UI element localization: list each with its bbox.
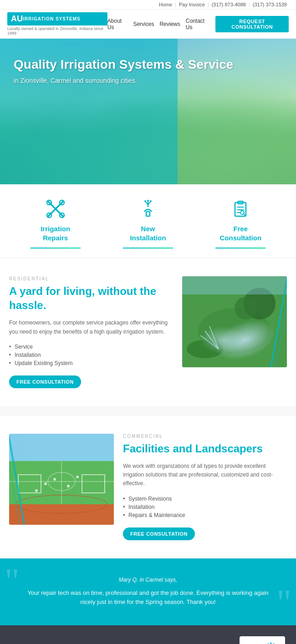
footer-cta: Receive a Free Consultation & Quote EMAI… [0, 625, 296, 644]
logo-au: AU [11, 14, 23, 24]
svg-rect-6 [146, 212, 150, 216]
commercial-desc: We work with organizations of all types … [123, 462, 287, 488]
commercial-consultation-button[interactable]: FREE CONSULTATION [123, 527, 195, 540]
testimonial-text: Your repair tech was on time, profession… [27, 588, 269, 608]
commercial-list: System Revisions Installation Repairs & … [123, 495, 287, 519]
commercial-image [9, 434, 114, 525]
sprinkler-icon [137, 198, 159, 220]
svg-point-41 [53, 478, 56, 481]
commercial-text: COMMERCIAL Facilities and Landscapers We… [123, 434, 287, 540]
phone2-link[interactable]: (317) 373-1539 [253, 2, 287, 7]
home-link[interactable]: Home [159, 2, 172, 7]
request-consultation-button[interactable]: REQUEST CONSULTATION [215, 16, 289, 32]
residential-title: A yard for living, without the hassle. [9, 284, 173, 312]
logo-brand: IRRIGATION SYSTEMS [23, 16, 81, 21]
section-divider [0, 406, 296, 416]
footer-logo: AU OMATED IRRIGATION SYSTEMS [240, 636, 285, 644]
pay-invoice-link[interactable]: Pay Invoice [179, 2, 205, 7]
residential-desc: For homeowners, our complete service pac… [9, 319, 173, 336]
commercial-label: COMMERCIAL [123, 434, 287, 439]
quote-left-icon: " [5, 563, 20, 599]
service-underline-3 [215, 248, 265, 248]
svg-point-23 [235, 297, 257, 319]
commercial-title: Facilities and Landscapers [123, 441, 287, 456]
logo-tagline: Locally owned & operated in Zionsville, … [7, 26, 107, 35]
testimonial-author: Mary Q. in Carmel says, [27, 577, 269, 583]
top-bar: Home | Pay Invoice | (317) 873-4088 | (3… [0, 0, 296, 10]
list-item: Installation [9, 351, 173, 359]
residential-image [182, 276, 287, 367]
main-nav: AU IRRIGATION SYSTEMS Locally owned & op… [0, 10, 296, 39]
list-item: Installation [123, 503, 287, 511]
service-irrigation-repairs[interactable]: IrrigationRepairs [14, 198, 97, 248]
footer-logo-au: AU [249, 643, 265, 644]
service-underline [31, 248, 81, 248]
svg-point-42 [67, 485, 70, 487]
hero-section: Quality Irrigation Systems & Service in … [0, 39, 296, 184]
footer-cta-left: Receive a Free Consultation & Quote EMAI… [11, 643, 171, 644]
clipboard-icon [230, 198, 251, 220]
footer-cta-title: Receive a Free Consultation & Quote [11, 643, 171, 644]
phone1-link[interactable]: (317) 873-4088 [212, 2, 246, 7]
list-item: Repairs & Maintenance [123, 511, 287, 519]
residential-section: RESIDENTIAL A yard for living, without t… [0, 258, 296, 406]
list-item: System Revisions [123, 495, 287, 503]
logo-box: AU IRRIGATION SYSTEMS [7, 12, 107, 25]
svg-point-12 [147, 200, 149, 202]
svg-point-52 [270, 643, 272, 644]
service-free-consultation[interactable]: FreeConsultation [199, 198, 282, 248]
svg-point-13 [150, 200, 152, 202]
nav-contact[interactable]: Contact Us [186, 18, 210, 30]
svg-line-29 [271, 276, 287, 367]
list-item: Service [9, 343, 173, 351]
svg-point-44 [35, 489, 38, 492]
testimonial-section: " " Mary Q. in Carmel says, Your repair … [0, 558, 296, 626]
new-installation-label: NewInstallation [130, 224, 166, 242]
hero-title: Quality Irrigation Systems & Service [14, 57, 233, 72]
svg-point-43 [76, 476, 79, 478]
services-strip: IrrigationRepairs NewInstallation [0, 184, 296, 258]
svg-point-40 [44, 482, 47, 485]
irrigation-repairs-label: IrrigationRepairs [41, 224, 70, 242]
nav-about[interactable]: About Us [107, 18, 128, 30]
wrench-cross-icon [45, 198, 66, 220]
hero-subtitle: in Zionsville, Carmel and surrounding ci… [14, 77, 233, 84]
residential-list: Service Installation Update Existing Sys… [9, 343, 173, 367]
footer-logo-sprinkler-icon [266, 641, 276, 644]
hero-content: Quality Irrigation Systems & Service in … [14, 57, 233, 84]
nav-services[interactable]: Services [133, 21, 154, 27]
residential-text: RESIDENTIAL A yard for living, without t… [9, 276, 173, 388]
nav-reviews[interactable]: Reviews [159, 21, 180, 27]
service-new-installation[interactable]: NewInstallation [106, 198, 189, 248]
free-consultation-label: FreeConsultation [219, 224, 261, 242]
residential-consultation-button[interactable]: FREE CONSULTATION [9, 375, 81, 388]
residential-label: RESIDENTIAL [9, 276, 173, 281]
commercial-section: COMMERCIAL Facilities and Landscapers We… [0, 416, 296, 558]
nav-links: About Us Services Reviews Contact Us REQ… [107, 16, 289, 32]
list-item: Update Existing System [9, 359, 173, 367]
logo: AU IRRIGATION SYSTEMS Locally owned & op… [7, 12, 107, 35]
quote-right-icon: " [276, 584, 291, 621]
svg-point-11 [144, 200, 146, 202]
service-underline-2 [123, 248, 173, 248]
